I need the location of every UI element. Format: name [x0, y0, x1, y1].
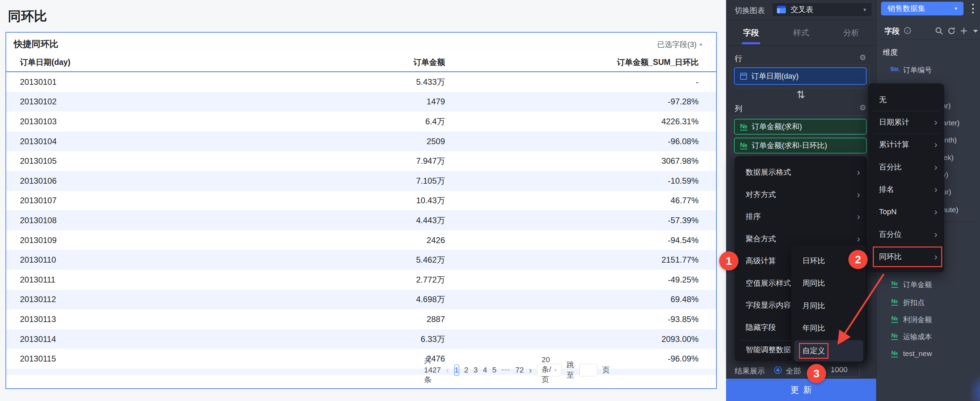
- field-name: 利润金额: [903, 315, 932, 325]
- column-header-amount[interactable]: 订单金额: [241, 57, 445, 68]
- tab-style[interactable]: 样式: [776, 20, 826, 45]
- menu-item-period-comparison[interactable]: 同环比›: [868, 248, 944, 266]
- menu-item-custom[interactable]: 自定义: [794, 340, 863, 361]
- menu-item-rank[interactable]: 排名›: [868, 181, 944, 198]
- menu-item-topn[interactable]: TopN›: [868, 203, 944, 221]
- cell-date: 20130113: [6, 314, 241, 324]
- field-item-measure[interactable]: №test_new: [877, 349, 980, 360]
- chevron-down-icon: ∨: [554, 368, 557, 372]
- dataset-select-button[interactable]: 销售数据集 ▼: [881, 2, 964, 16]
- crosstab-widget-card[interactable]: 快捷同环比 已选字段(3)▼ 订单日期(day) 订单金额 订单金额_SUM_日…: [5, 32, 717, 389]
- jump-page-input[interactable]: [579, 364, 597, 376]
- radio-selected-icon[interactable]: [774, 366, 782, 374]
- page-5[interactable]: 5: [492, 366, 496, 374]
- cell-amount: 1479: [241, 97, 445, 106]
- more-options-icon[interactable]: [972, 4, 974, 13]
- chevron-right-icon: ›: [934, 252, 937, 262]
- prev-page-icon[interactable]: ‹: [446, 365, 449, 376]
- menu-item-label: 日期累计: [879, 117, 909, 127]
- chevron-right-icon: ›: [857, 234, 860, 244]
- menu-item-alignment[interactable]: 对齐方式›: [735, 186, 867, 204]
- cell-ratio: -96.08%: [445, 136, 698, 146]
- cell-date: 20130105: [6, 156, 241, 166]
- menu-item-none[interactable]: 无: [868, 91, 944, 109]
- menu-item-week-over-week[interactable]: 周同比: [791, 274, 866, 292]
- menu-item-percentile[interactable]: 百分位›: [868, 225, 944, 243]
- chevron-right-icon: ›: [857, 190, 860, 200]
- page-4[interactable]: 4: [483, 366, 487, 374]
- rows-dropzone[interactable]: 订单日期(day): [731, 65, 870, 88]
- dataset-name: 销售数据集: [888, 3, 954, 14]
- menu-item-label: 累计计算: [879, 139, 909, 150]
- next-page-icon[interactable]: ›: [529, 365, 532, 376]
- row-field-chip[interactable]: 订单日期(day): [734, 67, 867, 85]
- page-3[interactable]: 3: [474, 366, 477, 374]
- chevron-down-icon: ▼: [954, 6, 958, 11]
- annotation-badge-1: 1: [719, 251, 738, 271]
- column-header-ratio[interactable]: 订单金额_SUM_日环比: [445, 57, 698, 68]
- column-field-chip[interactable]: № 订单金额(求和): [734, 119, 867, 135]
- cell-ratio: -97.28%: [445, 97, 698, 106]
- page-72[interactable]: 72: [515, 366, 524, 374]
- field-item-measure[interactable]: №折扣点: [877, 296, 980, 308]
- menu-item-label: 数据展示格式: [746, 167, 791, 178]
- chevron-down-icon: ▼: [862, 7, 867, 13]
- menu-item-data-format[interactable]: 数据展示格式›: [735, 163, 867, 181]
- swap-rows-columns-icon[interactable]: ⇅: [797, 89, 805, 101]
- measure-icon: №: [740, 142, 748, 150]
- radio-all-label: 全部: [786, 366, 801, 376]
- field-item-dimension[interactable]: Str. 订单编号: [877, 64, 980, 76]
- menu-item-percentage[interactable]: 百分比›: [868, 158, 944, 176]
- cell-amount: 7.947万: [241, 155, 445, 166]
- measure-icon: №: [891, 298, 898, 306]
- advanced-calc-submenu: 无 日期累计› 累计计算› 百分比› 排名› TopN› 百分位› 同环比›: [868, 83, 944, 272]
- page-1-current[interactable]: 1: [454, 365, 459, 376]
- columns-dropzone[interactable]: № 订单金额(求和) № 订单金额(求和-日环比): [731, 115, 870, 157]
- tab-analysis[interactable]: 分析: [826, 20, 876, 45]
- report-canvas: 同环比 快捷同环比 已选字段(3)▼ 订单日期(day) 订单金额 订单金额_S…: [0, 0, 726, 401]
- columns-section-label: 列: [735, 104, 742, 114]
- page-2[interactable]: 2: [464, 366, 468, 374]
- tab-label: 字段: [743, 27, 759, 38]
- ellipsis-pages-icon[interactable]: •••: [502, 367, 510, 374]
- dimensions-section-title: 维度: [883, 48, 898, 58]
- plus-icon[interactable]: [960, 27, 968, 35]
- menu-item-cumulative[interactable]: 累计计算›: [868, 136, 944, 154]
- field-item-measure[interactable]: №运输成本: [877, 331, 980, 342]
- gear-icon[interactable]: ⚙: [859, 54, 866, 62]
- menu-item-label: 聚合方式: [746, 234, 776, 244]
- chevron-right-icon: ›: [934, 207, 937, 217]
- column-field-chip[interactable]: № 订单金额(求和-日环比): [734, 138, 867, 154]
- menu-item-date-accumulate[interactable]: 日期累计›: [868, 113, 944, 131]
- table-row: 201301057.947万3067.98%: [6, 151, 716, 171]
- row-chip-label: 订单日期(day): [751, 71, 799, 81]
- cell-amount: 6.33万: [241, 334, 445, 345]
- chevron-right-icon: ›: [934, 162, 937, 172]
- tab-fields[interactable]: 字段: [726, 20, 776, 45]
- column-header-date[interactable]: 订单日期(day): [6, 57, 241, 68]
- field-name: 订单金额: [903, 280, 932, 289]
- pagination-bar: 共 1427 条 ‹ 1 2 3 4 5 ••• 72 › 20 条/页∨ 跳至…: [424, 364, 589, 377]
- table-row: 2013010710.43万46.77%: [6, 191, 716, 211]
- config-tabs: 字段 样式 分析: [726, 20, 876, 46]
- refresh-icon[interactable]: [947, 27, 956, 35]
- fields-label: 字段: [885, 26, 900, 36]
- menu-item-label: 空值展示样式: [746, 278, 791, 288]
- menu-item-year-over-year[interactable]: 年同比: [791, 319, 866, 337]
- string-type-icon: Str.: [890, 66, 900, 73]
- chevron-right-icon: ›: [857, 212, 860, 222]
- assistant-glow: [968, 372, 980, 401]
- page-size-select[interactable]: 20 条/页∨: [537, 364, 562, 376]
- field-item-measure[interactable]: №订单金额: [877, 279, 980, 290]
- menu-item-sort[interactable]: 排序›: [735, 208, 867, 225]
- chart-type-select[interactable]: 交叉表 ▼: [772, 2, 872, 17]
- menu-item-month-over-month[interactable]: 月同比: [791, 297, 866, 315]
- search-icon[interactable]: [935, 27, 943, 35]
- info-icon[interactable]: i: [904, 27, 911, 34]
- update-button[interactable]: 更新: [726, 379, 876, 401]
- field-item-measure[interactable]: №利润金额: [877, 314, 980, 325]
- selected-fields-dropdown[interactable]: 已选字段(3)▼: [657, 40, 703, 50]
- chevron-down-icon[interactable]: [971, 27, 980, 35]
- gear-icon[interactable]: ⚙: [859, 104, 866, 112]
- cell-date: 20130107: [6, 196, 241, 205]
